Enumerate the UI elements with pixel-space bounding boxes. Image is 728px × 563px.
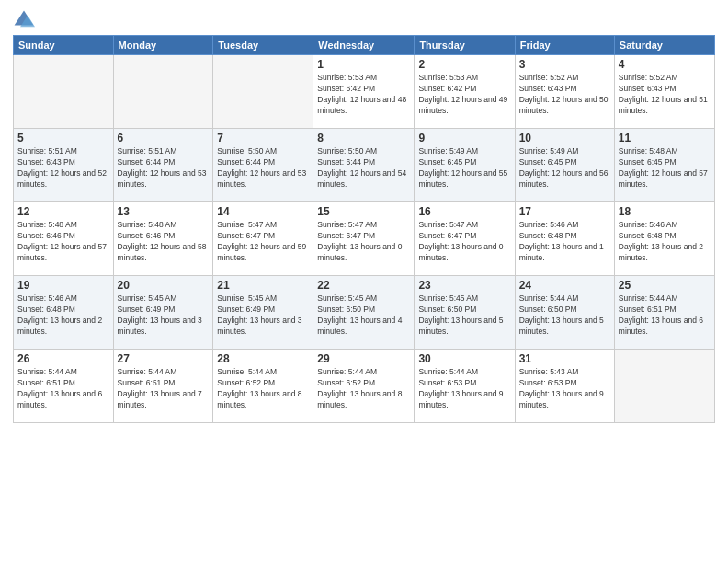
calendar-cell: 30Sunrise: 5:44 AMSunset: 6:53 PMDayligh…: [415, 350, 515, 423]
day-info: Sunrise: 5:44 AMSunset: 6:51 PMDaylight:…: [17, 367, 109, 411]
calendar-cell: 13Sunrise: 5:48 AMSunset: 6:46 PMDayligh…: [113, 202, 213, 276]
day-number: 18: [619, 205, 711, 218]
calendar-cell: 28Sunrise: 5:44 AMSunset: 6:52 PMDayligh…: [213, 350, 313, 423]
day-info: Sunrise: 5:51 AMSunset: 6:44 PMDaylight:…: [118, 146, 210, 190]
calendar-cell: 14Sunrise: 5:47 AMSunset: 6:47 PMDayligh…: [213, 202, 313, 276]
calendar-week-row: 12Sunrise: 5:48 AMSunset: 6:46 PMDayligh…: [14, 202, 715, 276]
weekday-header-sunday: Sunday: [14, 36, 114, 55]
calendar-cell: 23Sunrise: 5:45 AMSunset: 6:50 PMDayligh…: [415, 276, 515, 350]
day-info: Sunrise: 5:44 AMSunset: 6:52 PMDaylight:…: [217, 367, 309, 411]
calendar-cell: 6Sunrise: 5:51 AMSunset: 6:44 PMDaylight…: [113, 129, 213, 202]
day-info: Sunrise: 5:44 AMSunset: 6:53 PMDaylight:…: [418, 367, 510, 411]
page: SundayMondayTuesdayWednesdayThursdayFrid…: [0, 0, 728, 563]
day-info: Sunrise: 5:45 AMSunset: 6:49 PMDaylight:…: [118, 293, 210, 338]
calendar-cell: [113, 55, 213, 129]
day-info: Sunrise: 5:44 AMSunset: 6:52 PMDaylight:…: [317, 367, 410, 411]
calendar-cell: 17Sunrise: 5:46 AMSunset: 6:48 PMDayligh…: [515, 202, 614, 276]
day-number: 4: [619, 58, 711, 71]
day-info: Sunrise: 5:49 AMSunset: 6:45 PMDaylight:…: [519, 146, 610, 190]
calendar-cell: 12Sunrise: 5:48 AMSunset: 6:46 PMDayligh…: [14, 202, 114, 276]
day-number: 10: [519, 132, 610, 144]
day-info: Sunrise: 5:47 AMSunset: 6:47 PMDaylight:…: [418, 220, 510, 264]
calendar-cell: 31Sunrise: 5:43 AMSunset: 6:53 PMDayligh…: [515, 350, 614, 423]
calendar-cell: 24Sunrise: 5:44 AMSunset: 6:50 PMDayligh…: [515, 276, 614, 350]
calendar-week-row: 5Sunrise: 5:51 AMSunset: 6:43 PMDaylight…: [14, 129, 715, 202]
logo-icon: [13, 9, 35, 31]
calendar-cell: 22Sunrise: 5:45 AMSunset: 6:50 PMDayligh…: [313, 276, 415, 350]
weekday-header-tuesday: Tuesday: [213, 36, 313, 55]
day-info: Sunrise: 5:46 AMSunset: 6:48 PMDaylight:…: [619, 220, 711, 264]
calendar-cell: 1Sunrise: 5:53 AMSunset: 6:42 PMDaylight…: [313, 55, 415, 129]
day-info: Sunrise: 5:44 AMSunset: 6:51 PMDaylight:…: [118, 367, 210, 411]
day-info: Sunrise: 5:47 AMSunset: 6:47 PMDaylight:…: [217, 220, 309, 264]
day-number: 28: [217, 352, 309, 365]
day-number: 14: [217, 205, 309, 218]
calendar-cell: 26Sunrise: 5:44 AMSunset: 6:51 PMDayligh…: [14, 350, 114, 423]
day-info: Sunrise: 5:43 AMSunset: 6:53 PMDaylight:…: [519, 367, 610, 411]
calendar-cell: 19Sunrise: 5:46 AMSunset: 6:48 PMDayligh…: [14, 276, 114, 350]
day-info: Sunrise: 5:52 AMSunset: 6:43 PMDaylight:…: [519, 73, 610, 117]
calendar-table: SundayMondayTuesdayWednesdayThursdayFrid…: [13, 35, 715, 423]
day-number: 12: [17, 205, 109, 218]
calendar-week-row: 26Sunrise: 5:44 AMSunset: 6:51 PMDayligh…: [14, 350, 715, 423]
day-number: 8: [317, 132, 410, 144]
calendar-cell: 18Sunrise: 5:46 AMSunset: 6:48 PMDayligh…: [614, 202, 714, 276]
day-number: 27: [118, 352, 210, 365]
day-info: Sunrise: 5:50 AMSunset: 6:44 PMDaylight:…: [217, 146, 309, 190]
day-number: 23: [418, 279, 510, 292]
calendar-cell: 7Sunrise: 5:50 AMSunset: 6:44 PMDaylight…: [213, 129, 313, 202]
day-number: 7: [217, 132, 309, 144]
day-info: Sunrise: 5:45 AMSunset: 6:50 PMDaylight:…: [418, 293, 510, 338]
day-number: 13: [118, 205, 210, 218]
day-number: 29: [317, 352, 410, 365]
calendar-cell: 15Sunrise: 5:47 AMSunset: 6:47 PMDayligh…: [313, 202, 415, 276]
calendar-cell: 16Sunrise: 5:47 AMSunset: 6:47 PMDayligh…: [415, 202, 515, 276]
calendar-cell: [614, 350, 714, 423]
day-number: 24: [519, 279, 610, 292]
calendar-cell: [14, 55, 114, 129]
day-number: 19: [17, 279, 109, 292]
calendar-cell: [213, 55, 313, 129]
day-number: 22: [317, 279, 410, 292]
weekday-header-wednesday: Wednesday: [313, 36, 415, 55]
header: [13, 9, 715, 31]
day-info: Sunrise: 5:53 AMSunset: 6:42 PMDaylight:…: [418, 73, 510, 117]
calendar-cell: 11Sunrise: 5:48 AMSunset: 6:45 PMDayligh…: [614, 129, 714, 202]
day-info: Sunrise: 5:48 AMSunset: 6:45 PMDaylight:…: [619, 146, 711, 190]
day-number: 15: [317, 205, 410, 218]
day-info: Sunrise: 5:46 AMSunset: 6:48 PMDaylight:…: [519, 220, 610, 264]
weekday-header-monday: Monday: [113, 36, 213, 55]
day-number: 3: [519, 58, 610, 71]
calendar-week-row: 19Sunrise: 5:46 AMSunset: 6:48 PMDayligh…: [14, 276, 715, 350]
calendar-cell: 29Sunrise: 5:44 AMSunset: 6:52 PMDayligh…: [313, 350, 415, 423]
day-number: 31: [519, 352, 610, 365]
day-number: 20: [118, 279, 210, 292]
weekday-header-row: SundayMondayTuesdayWednesdayThursdayFrid…: [14, 36, 715, 55]
calendar-cell: 10Sunrise: 5:49 AMSunset: 6:45 PMDayligh…: [515, 129, 614, 202]
day-number: 1: [317, 58, 410, 71]
day-number: 17: [519, 205, 610, 218]
calendar-cell: 4Sunrise: 5:52 AMSunset: 6:43 PMDaylight…: [614, 55, 714, 129]
calendar-cell: 9Sunrise: 5:49 AMSunset: 6:45 PMDaylight…: [415, 129, 515, 202]
weekday-header-friday: Friday: [515, 36, 614, 55]
day-number: 9: [418, 132, 510, 144]
day-info: Sunrise: 5:50 AMSunset: 6:44 PMDaylight:…: [317, 146, 410, 190]
weekday-header-thursday: Thursday: [415, 36, 515, 55]
calendar-cell: 5Sunrise: 5:51 AMSunset: 6:43 PMDaylight…: [14, 129, 114, 202]
day-number: 25: [619, 279, 711, 292]
logo: [13, 9, 39, 31]
calendar-week-row: 1Sunrise: 5:53 AMSunset: 6:42 PMDaylight…: [14, 55, 715, 129]
day-number: 16: [418, 205, 510, 218]
day-number: 26: [17, 352, 109, 365]
calendar-cell: 3Sunrise: 5:52 AMSunset: 6:43 PMDaylight…: [515, 55, 614, 129]
day-info: Sunrise: 5:49 AMSunset: 6:45 PMDaylight:…: [418, 146, 510, 190]
day-info: Sunrise: 5:44 AMSunset: 6:51 PMDaylight:…: [619, 293, 711, 338]
calendar-cell: 25Sunrise: 5:44 AMSunset: 6:51 PMDayligh…: [614, 276, 714, 350]
day-number: 6: [118, 132, 210, 144]
calendar-cell: 2Sunrise: 5:53 AMSunset: 6:42 PMDaylight…: [415, 55, 515, 129]
day-info: Sunrise: 5:53 AMSunset: 6:42 PMDaylight:…: [317, 73, 410, 117]
day-number: 11: [619, 132, 711, 144]
day-info: Sunrise: 5:44 AMSunset: 6:50 PMDaylight:…: [519, 293, 610, 338]
day-info: Sunrise: 5:45 AMSunset: 6:49 PMDaylight:…: [217, 293, 309, 338]
day-info: Sunrise: 5:52 AMSunset: 6:43 PMDaylight:…: [619, 73, 711, 117]
